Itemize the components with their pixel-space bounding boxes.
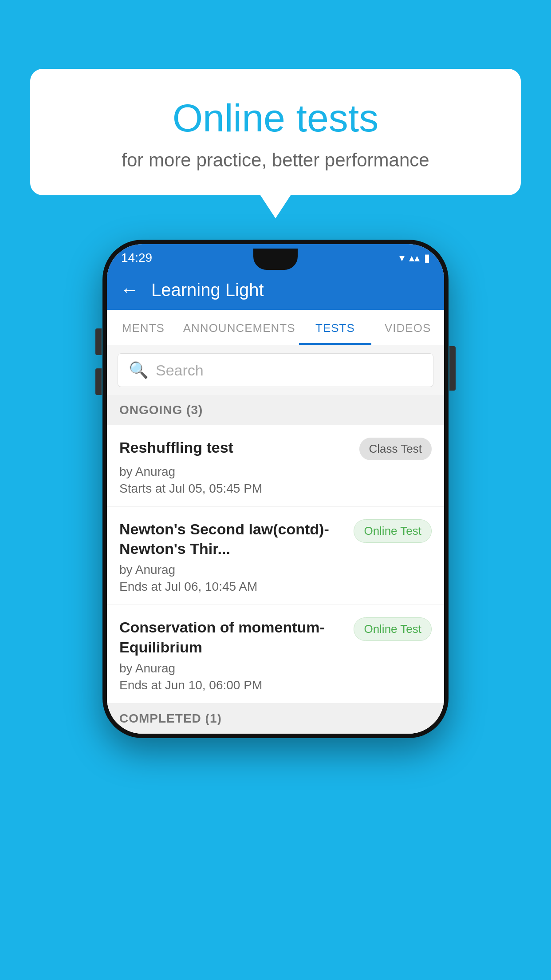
test-time: Ends at Jun 10, 06:00 PM — [119, 678, 432, 692]
battery-icon: ▮ — [424, 252, 430, 264]
test-item[interactable]: Newton's Second law(contd)-Newton's Thir… — [107, 507, 444, 605]
test-time: Starts at Jul 05, 05:45 PM — [119, 482, 432, 496]
search-input[interactable]: Search — [156, 362, 204, 379]
search-container: 🔍 Search — [107, 345, 444, 395]
test-name: Conservation of momentum-Equilibrium — [119, 617, 345, 656]
test-badge: Online Test — [354, 617, 432, 641]
bubble-subtitle: for more practice, better performance — [52, 150, 499, 171]
test-badge: Online Test — [354, 519, 432, 543]
ongoing-section-header: ONGOING (3) — [107, 395, 444, 425]
status-icons: ▾ ▴▴ ▮ — [399, 252, 430, 264]
volume-down-button — [95, 368, 102, 395]
test-item[interactable]: Conservation of momentum-Equilibrium Onl… — [107, 605, 444, 703]
test-author: by Anurag — [119, 563, 432, 577]
phone-mockup: 14:29 ▾ ▴▴ ▮ ← Learning Light MENTS ANNO… — [102, 240, 449, 738]
phone-notch — [253, 249, 298, 270]
back-button[interactable]: ← — [120, 281, 139, 299]
test-name: Reshuffling test — [119, 438, 350, 457]
phone-screen: 14:29 ▾ ▴▴ ▮ ← Learning Light MENTS ANNO… — [107, 244, 444, 734]
promo-bubble: Online tests for more practice, better p… — [30, 69, 521, 195]
tab-announcements[interactable]: ANNOUNCEMENTS — [180, 310, 299, 345]
tab-ments[interactable]: MENTS — [107, 310, 180, 345]
phone-frame: 14:29 ▾ ▴▴ ▮ ← Learning Light MENTS ANNO… — [102, 240, 449, 738]
app-title: Learning Light — [151, 280, 264, 300]
tab-bar: MENTS ANNOUNCEMENTS TESTS VIDEOS — [107, 310, 444, 345]
test-author: by Anurag — [119, 465, 432, 479]
tab-tests[interactable]: TESTS — [299, 310, 372, 345]
test-author: by Anurag — [119, 661, 432, 676]
completed-section-header: COMPLETED (1) — [107, 703, 444, 734]
test-item[interactable]: Reshuffling test Class Test by Anurag St… — [107, 425, 444, 507]
test-badge: Class Test — [359, 438, 432, 460]
app-header: ← Learning Light — [107, 270, 444, 310]
power-button — [449, 346, 456, 391]
tab-videos[interactable]: VIDEOS — [371, 310, 444, 345]
volume-up-button — [95, 328, 102, 355]
signal-icon: ▴▴ — [409, 252, 420, 264]
test-name: Newton's Second law(contd)-Newton's Thir… — [119, 519, 345, 558]
bubble-title: Online tests — [52, 95, 499, 141]
search-bar[interactable]: 🔍 Search — [118, 353, 433, 387]
test-time: Ends at Jul 06, 10:45 AM — [119, 580, 432, 594]
search-icon: 🔍 — [129, 361, 149, 379]
status-time: 14:29 — [121, 251, 152, 265]
wifi-icon: ▾ — [399, 252, 405, 264]
